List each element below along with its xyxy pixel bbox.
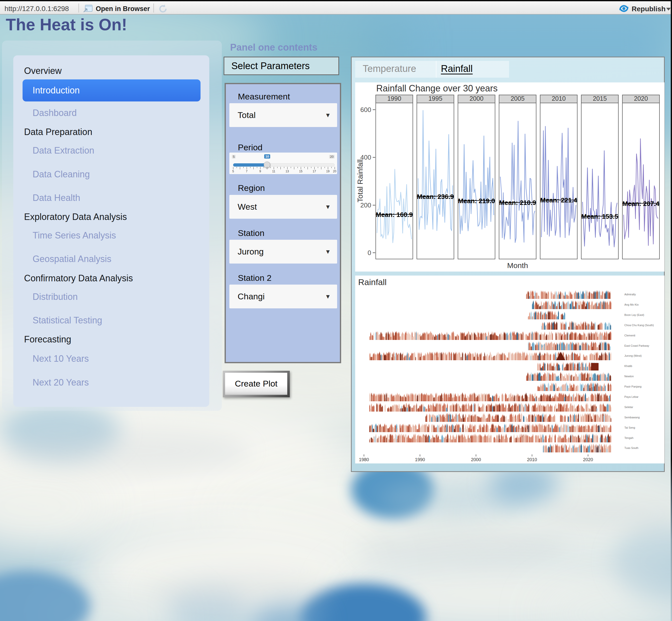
svg-text:2020: 2020 [583, 457, 593, 462]
svg-text:1990: 1990 [387, 95, 401, 102]
svg-text:Rainfall Change over 30 years: Rainfall Change over 30 years [376, 83, 498, 93]
svg-text:Newton: Newton [624, 375, 634, 378]
svg-text:1995: 1995 [428, 95, 442, 102]
svg-text:2000: 2000 [471, 457, 481, 462]
svg-text:Total Rainfall: Total Rainfall [356, 159, 364, 202]
svg-text:East Coast Parkway: East Coast Parkway [624, 344, 649, 347]
svg-text:Mean: 219.0: Mean: 219.0 [458, 197, 495, 205]
svg-text:Mean: 160.9: Mean: 160.9 [376, 211, 412, 218]
svg-text:Tai Seng: Tai Seng [624, 426, 635, 429]
svg-text:Mean: 207.4: Mean: 207.4 [622, 200, 660, 207]
svg-text:0: 0 [368, 249, 371, 256]
svg-text:600: 600 [360, 106, 371, 114]
svg-text:Pasir Panjang: Pasir Panjang [624, 385, 642, 388]
svg-text:2005: 2005 [511, 95, 525, 102]
svg-text:Paya Lebar: Paya Lebar [624, 395, 639, 398]
svg-text:2000: 2000 [470, 95, 483, 102]
svg-text:Tuas South: Tuas South [624, 446, 638, 449]
svg-text:Clementi: Clementi [624, 334, 635, 337]
svg-text:Jurong (West): Jurong (West) [624, 354, 642, 357]
svg-text:Mean: 210.9: Mean: 210.9 [499, 199, 536, 206]
svg-text:Admiralty: Admiralty [624, 293, 636, 296]
svg-text:Ang Mo Kio: Ang Mo Kio [624, 303, 639, 306]
svg-text:Khatib: Khatib [624, 365, 632, 368]
svg-text:Tengah: Tengah [624, 437, 633, 440]
svg-text:Mean: 236.9: Mean: 236.9 [417, 193, 454, 200]
svg-text:1980: 1980 [359, 457, 369, 462]
svg-text:2020: 2020 [634, 95, 648, 102]
svg-text:Seletar: Seletar [624, 406, 633, 409]
svg-text:2010: 2010 [527, 457, 537, 462]
svg-text:2015: 2015 [593, 95, 607, 102]
svg-text:Mean: 153.5: Mean: 153.5 [581, 213, 618, 220]
svg-text:400: 400 [360, 154, 371, 161]
svg-text:Boon Lay (East): Boon Lay (East) [624, 314, 644, 317]
svg-text:Sembawang: Sembawang [624, 416, 640, 419]
svg-text:Month: Month [507, 261, 528, 270]
svg-text:1990: 1990 [415, 457, 425, 462]
svg-text:Choa Chu Kang (South): Choa Chu Kang (South) [624, 324, 654, 327]
svg-text:Rainfall: Rainfall [358, 277, 387, 287]
svg-text:200: 200 [360, 201, 371, 209]
svg-text:2010: 2010 [552, 95, 566, 102]
svg-text:Mean: 221.4: Mean: 221.4 [540, 196, 577, 204]
